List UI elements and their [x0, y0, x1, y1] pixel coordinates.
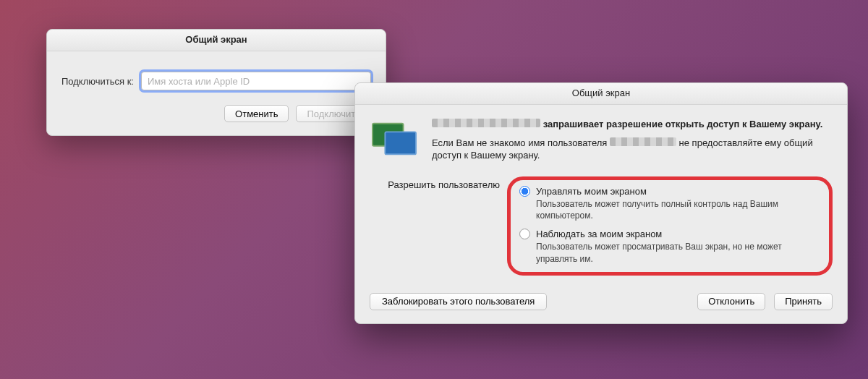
cancel-button[interactable]: Отменить — [224, 105, 289, 122]
permission-warning: Если Вам не знакомо имя пользователя не … — [432, 137, 833, 162]
option-control-desc: Пользователь может получить полный контр… — [536, 198, 819, 221]
radio-observe[interactable] — [519, 229, 530, 239]
option-control[interactable]: Управлять моим экраном Пользователь може… — [519, 186, 819, 221]
screen-share-icon — [370, 118, 420, 163]
options-highlight: Управлять моим экраном Пользователь може… — [507, 176, 833, 276]
option-observe-desc: Пользователь может просматривать Ваш экр… — [536, 241, 819, 264]
radio-control[interactable] — [519, 186, 530, 197]
option-control-title: Управлять моим экраном — [536, 186, 647, 197]
permission-headline: запрашивает разрешение открыть доступ к … — [432, 118, 833, 131]
permission-dialog: Общий экран запрашивает разрешение откры… — [354, 82, 848, 324]
permission-title: Общий экран — [355, 83, 847, 105]
redacted-username — [432, 119, 540, 127]
connect-dialog: Общий экран Подключиться к: Отменить Под… — [46, 29, 386, 136]
connect-body: Подключиться к: — [47, 51, 386, 99]
accept-button[interactable]: Принять — [774, 293, 833, 310]
headline-suffix: запрашивает разрешение открыть доступ к … — [543, 119, 823, 129]
decline-button[interactable]: Отклонить — [697, 293, 765, 310]
permission-footer: Заблокировать этого пользователя Отклони… — [355, 276, 847, 323]
host-input[interactable] — [141, 72, 371, 90]
option-observe-title: Наблюдать за моим экраном — [536, 229, 662, 239]
allow-label: Разрешить пользователю — [370, 176, 500, 190]
redacted-username-inline — [610, 137, 676, 146]
svg-rect-1 — [385, 132, 416, 154]
allow-row: Разрешить пользователю Управлять моим эк… — [355, 163, 847, 276]
connect-to-label: Подключиться к: — [61, 76, 134, 87]
permission-body: запрашивает разрешение открыть доступ к … — [355, 105, 847, 163]
block-user-button[interactable]: Заблокировать этого пользователя — [370, 293, 547, 310]
option-observe[interactable]: Наблюдать за моим экраном Пользователь м… — [519, 229, 819, 264]
permission-text: запрашивает разрешение открыть доступ к … — [432, 118, 833, 163]
warn-prefix: Если Вам не знакомо имя пользователя — [432, 137, 607, 148]
connect-title: Общий экран — [47, 30, 386, 51]
connect-footer: Отменить Подключить — [47, 99, 386, 135]
